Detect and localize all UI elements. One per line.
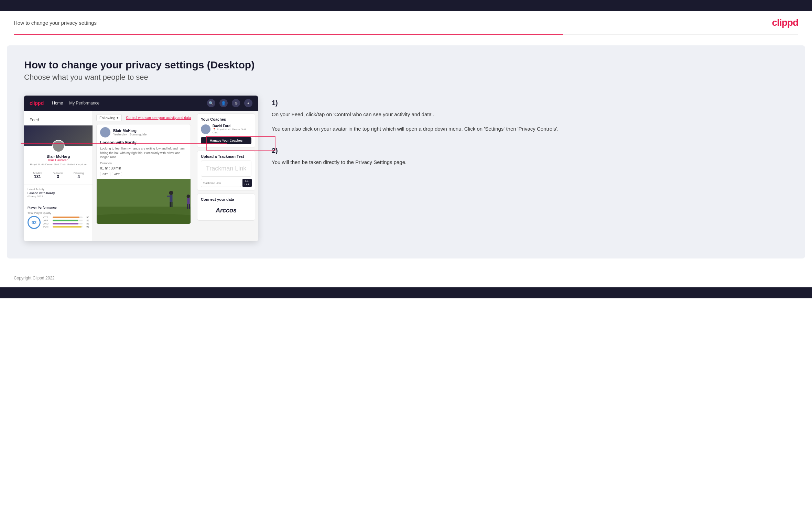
stat-following: Following 4	[74, 172, 84, 179]
app-mockup: clippd Home My Performance 🔍 👤 ⊕ ● Feed	[24, 96, 258, 241]
post-image-svg	[97, 179, 191, 224]
trackman-link-display: Trackman Link	[201, 161, 251, 177]
score-bars: OTT 90 APP 85 ARG	[43, 216, 89, 229]
app-nav-logo: clippd	[30, 100, 44, 106]
coach-info: David Ford 📍 Royal North Devon Golf Club	[213, 124, 251, 134]
top-bar	[0, 0, 812, 11]
trackman-input-row: Add Link	[201, 179, 251, 187]
svg-rect-5	[167, 196, 171, 197]
manage-coaches-button[interactable]: Manage Your Coaches	[201, 137, 251, 144]
app-right-panel: Your Coaches David Ford 📍 Royal North De…	[194, 111, 258, 241]
instruction-step1-text: On your Feed, click/tap on 'Control who …	[272, 110, 788, 119]
following-button[interactable]: Following ▾	[96, 114, 122, 121]
arccos-brand: Arccos	[201, 204, 251, 217]
main-content: How to change your privacy settings (Des…	[7, 45, 805, 258]
add-link-button[interactable]: Add Link	[242, 179, 252, 187]
stat-activities: Activities 131	[33, 172, 42, 179]
instruction-step1: 1) On your Feed, click/tap on 'Control w…	[272, 99, 788, 133]
post-duration: Duration	[100, 162, 187, 165]
profile-stats: Activities 131 Followers 3 Following 4	[28, 169, 89, 179]
post-duration-value: 01 hr : 30 min	[100, 166, 187, 170]
compass-icon[interactable]: ⊕	[232, 99, 240, 107]
feed-header: Following ▾ Control who can see your act…	[96, 114, 191, 121]
tag-app: APP	[112, 172, 122, 176]
avatar-icon[interactable]: ●	[244, 99, 252, 107]
app-body: Feed Blair McHarg Plus Handicap Royal No…	[24, 111, 258, 241]
footer-copyright: Copyright Clippd 2022	[14, 276, 55, 280]
clippd-logo: clippd	[772, 17, 798, 28]
profile-club: Royal North Devon Golf Club, United King…	[28, 163, 89, 166]
profile-badge: Plus Handicap	[28, 158, 89, 162]
bar-arg: ARG 86	[43, 222, 89, 225]
latest-activity: Latest Activity Lesson with Fordy 03 Aug…	[24, 185, 93, 201]
post-header: Blair McHarg Yesterday · Sunningdale	[97, 124, 191, 140]
svg-rect-7	[172, 202, 173, 207]
app-feed: Following ▾ Control who can see your act…	[93, 111, 194, 241]
header: How to change your privacy settings clip…	[0, 11, 812, 34]
svg-point-2	[97, 213, 191, 224]
connect-data-card: Connect your data Arccos	[197, 194, 255, 221]
score-circle: 92	[28, 216, 41, 229]
feed-tab[interactable]: Feed	[24, 115, 93, 125]
app-sidebar: Feed Blair McHarg Plus Handicap Royal No…	[24, 111, 93, 241]
post-image	[97, 179, 191, 224]
tpq-row: 92 OTT 90 APP 85	[28, 216, 89, 229]
coaches-card: Your Coaches David Ford 📍 Royal North De…	[197, 113, 255, 148]
coach-avatar	[201, 124, 210, 134]
search-icon[interactable]: 🔍	[207, 99, 215, 107]
coach-club: 📍 Royal North Devon Golf Club	[213, 128, 251, 134]
trackman-input[interactable]	[201, 179, 241, 187]
post-avatar	[100, 127, 110, 137]
instruction-step2: 2) You will then be taken directly to th…	[272, 147, 788, 166]
stat-followers: Followers 3	[53, 172, 63, 179]
instruction-step1-text2: You can also click on your avatar in the…	[272, 125, 788, 133]
bottom-bar	[0, 287, 812, 298]
svg-rect-10	[187, 204, 188, 209]
post-body: Lesson with Fordy Looking to feel like m…	[97, 140, 191, 179]
profile-banner	[24, 125, 93, 146]
nav-item-home[interactable]: Home	[52, 101, 63, 106]
coach-row: David Ford 📍 Royal North Devon Golf Club	[201, 124, 251, 134]
player-performance: Player Performance Total Player Quality …	[24, 203, 93, 232]
instructions: 1) On your Feed, click/tap on 'Control w…	[272, 96, 788, 184]
footer: Copyright Clippd 2022	[0, 269, 812, 287]
bar-app: APP 85	[43, 219, 89, 222]
post-tags: OTT APP	[100, 172, 187, 176]
trackman-card: Upload a Trackman Test Trackman Link Add…	[197, 151, 255, 191]
bar-putt: PUTT 96	[43, 225, 89, 228]
app-nav: clippd Home My Performance 🔍 👤 ⊕ ●	[24, 96, 258, 111]
nav-item-performance[interactable]: My Performance	[69, 101, 99, 106]
post-card: Blair McHarg Yesterday · Sunningdale Les…	[96, 124, 191, 224]
svg-rect-9	[187, 198, 190, 204]
svg-point-8	[187, 195, 190, 198]
bar-ott: OTT 90	[43, 216, 89, 219]
post-author-info: Blair McHarg Yesterday · Sunningdale	[113, 129, 147, 136]
svg-rect-11	[189, 204, 190, 209]
nav-icons: 🔍 👤 ⊕ ●	[207, 99, 252, 107]
browser-title: How to change your privacy settings	[14, 20, 97, 26]
instruction-step2-text: You will then be taken directly to the P…	[272, 158, 788, 166]
profile-name: Blair McHarg	[28, 154, 89, 158]
user-icon[interactable]: 👤	[219, 99, 228, 107]
tag-ott: OTT	[100, 172, 110, 176]
profile-avatar	[52, 140, 65, 152]
header-divider	[14, 34, 798, 35]
svg-point-3	[169, 191, 173, 195]
content-row: clippd Home My Performance 🔍 👤 ⊕ ● Feed	[24, 96, 788, 241]
page-heading: How to change your privacy settings (Des…	[24, 59, 788, 71]
page-subheading: Choose what you want people to see	[24, 73, 788, 82]
control-privacy-link[interactable]: Control who can see your activity and da…	[126, 116, 191, 120]
svg-rect-6	[170, 202, 171, 207]
